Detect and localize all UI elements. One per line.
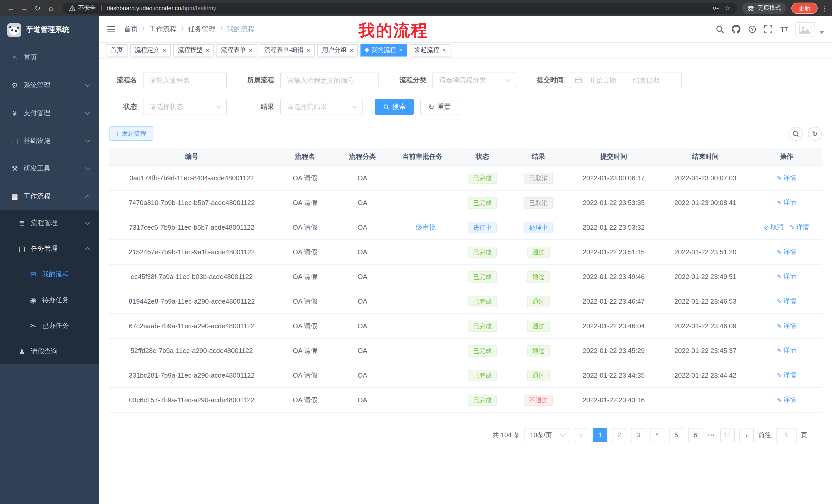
- close-icon[interactable]: ×: [307, 47, 310, 53]
- end-date-input[interactable]: [628, 76, 665, 84]
- breadcrumb-item[interactable]: 工作流程: [149, 24, 177, 34]
- font-size-icon[interactable]: TT: [780, 25, 788, 33]
- page-button-2[interactable]: 2: [612, 428, 626, 442]
- close-icon[interactable]: ×: [249, 47, 253, 53]
- cell-actions: ✎详情: [751, 314, 822, 338]
- detail-action-link[interactable]: ✎详情: [777, 198, 796, 207]
- tab-process-definition[interactable]: 流程定义×: [130, 44, 171, 56]
- page-button-11[interactable]: 11: [720, 428, 734, 442]
- page-button-6[interactable]: 6: [688, 428, 702, 442]
- page-size-select[interactable]: 10条/页: [524, 428, 569, 442]
- cell-current-task: [389, 264, 456, 289]
- security-warning[interactable]: 不安全: [69, 4, 96, 12]
- close-icon[interactable]: ×: [162, 47, 166, 53]
- sidebar-item-infrastructure[interactable]: ▤基础设施: [0, 127, 99, 155]
- sidebar-item-system-mgmt[interactable]: ⚙系统管理: [0, 72, 99, 99]
- caret-down-icon[interactable]: [820, 31, 824, 34]
- table-refresh-button[interactable]: ↻: [808, 127, 822, 141]
- breadcrumb-item[interactable]: 任务管理: [188, 24, 216, 34]
- close-icon[interactable]: ×: [350, 47, 353, 53]
- process-def-label: 所属流程: [239, 76, 274, 85]
- process-table-body: 3ad174fb-7b9d-11ec-8404-acde48001122OA 请…: [109, 166, 822, 412]
- create-process-button[interactable]: + 发起流程: [109, 127, 153, 141]
- sidebar-item-task-mgmt[interactable]: ▢任务管理: [0, 236, 99, 261]
- browser-refresh-icon[interactable]: ↻: [31, 1, 44, 15]
- process-name-input[interactable]: [143, 72, 227, 88]
- browser-menu-icon[interactable]: ⋮: [821, 4, 828, 12]
- more-pages-icon[interactable]: •••: [707, 432, 716, 438]
- status-tag: 已完成: [468, 197, 497, 208]
- search-button[interactable]: 搜索: [375, 99, 414, 115]
- detail-icon: ✎: [777, 200, 782, 206]
- chevron-down-icon: [85, 165, 90, 170]
- fullscreen-icon[interactable]: [764, 25, 772, 33]
- result-select[interactable]: 请选择流结果: [280, 99, 363, 115]
- reset-button[interactable]: ↻ 重置: [420, 99, 459, 115]
- update-button[interactable]: 更新: [791, 2, 817, 13]
- page-button-3[interactable]: 3: [631, 428, 645, 442]
- detail-action-link[interactable]: ✎详情: [777, 396, 796, 404]
- submit-time-range[interactable]: -: [570, 72, 682, 88]
- detail-action-link[interactable]: ✎详情: [777, 321, 796, 330]
- page-button-5[interactable]: 5: [669, 428, 683, 442]
- tab-process-form[interactable]: 流程表单×: [216, 44, 257, 56]
- bookmark-star-icon[interactable]: ☆: [725, 4, 731, 12]
- sidebar-item-my-process[interactable]: ✉我的流程: [0, 261, 99, 287]
- browser-back-icon[interactable]: ←: [4, 1, 18, 15]
- detail-action-link[interactable]: ✎详情: [777, 346, 796, 355]
- tab-user-group[interactable]: 用户分组×: [317, 44, 358, 56]
- close-icon[interactable]: ×: [206, 47, 209, 53]
- category-select[interactable]: 请选择流程分类: [433, 72, 516, 88]
- jump-page-input[interactable]: [776, 428, 796, 442]
- detail-action-link[interactable]: ✎详情: [777, 174, 796, 183]
- cancel-icon: ⊘: [764, 224, 769, 230]
- prev-page-button[interactable]: ‹: [574, 428, 588, 442]
- next-page-button[interactable]: ›: [739, 428, 754, 442]
- chevron-down-icon: [85, 137, 90, 143]
- sidebar-item-process-mgmt[interactable]: ≣流程管理: [0, 210, 99, 236]
- table-search-toggle-button[interactable]: [789, 127, 803, 141]
- github-icon[interactable]: [731, 25, 740, 33]
- page-button-1[interactable]: 1: [593, 428, 607, 442]
- jump-prefix: 前往: [758, 431, 771, 440]
- detail-action-link[interactable]: ✎详情: [777, 248, 796, 256]
- avatar[interactable]: [796, 22, 815, 36]
- close-icon[interactable]: ×: [399, 47, 402, 53]
- detail-action-link[interactable]: ✎详情: [777, 297, 796, 306]
- browser-forward-icon[interactable]: →: [18, 1, 31, 15]
- navbar: 首页/工作流程/任务管理/我的流程 我的流程 ? TT: [99, 16, 832, 43]
- sidebar-item-home[interactable]: ⌂首页: [0, 44, 99, 72]
- sidebar-item-workflow[interactable]: ▦工作流程: [0, 183, 99, 210]
- password-key-icon[interactable]: [712, 4, 720, 11]
- breadcrumb-item[interactable]: 首页: [124, 24, 138, 34]
- sidebar-item-dev-tools[interactable]: ⚒研发工具: [0, 155, 99, 183]
- tab-label: 流程表单-编辑: [264, 46, 303, 54]
- tab-process-model[interactable]: 流程模型×: [173, 44, 214, 56]
- status-select[interactable]: 请选择状态: [143, 99, 227, 115]
- current-task-link[interactable]: 一级审批: [409, 223, 436, 231]
- tab-start-process[interactable]: 发起流程×: [410, 44, 450, 56]
- process-def-input[interactable]: [280, 72, 379, 88]
- browser-home-icon[interactable]: ⌂: [44, 1, 58, 15]
- content: 流程名 所属流程 流程分类 请选择流程分类: [99, 58, 832, 504]
- sidebar-item-done-task[interactable]: ✂已办任务: [0, 313, 99, 339]
- address-bar[interactable]: 不安全 dashboard.yudao.iocoder.cn/bpm/task/…: [63, 2, 737, 13]
- help-icon[interactable]: ?: [748, 25, 756, 33]
- result-tag: 通过: [527, 296, 550, 307]
- search-icon[interactable]: [716, 25, 724, 33]
- tab-my-process[interactable]: 我的流程×: [361, 44, 407, 56]
- close-icon[interactable]: ×: [442, 47, 446, 53]
- sidebar-item-leave-query[interactable]: ♟请假查询: [0, 339, 99, 364]
- tab-home[interactable]: 首页: [106, 44, 128, 56]
- sidebar-item-todo-task[interactable]: ◉待办任务: [0, 287, 99, 313]
- hamburger-icon[interactable]: [107, 25, 116, 33]
- detail-action-link[interactable]: ✎详情: [789, 223, 809, 232]
- page-button-4[interactable]: 4: [650, 428, 665, 442]
- cancel-action-link[interactable]: ⊘取消: [764, 223, 783, 232]
- tab-process-form-edit[interactable]: 流程表单-编辑×: [260, 44, 315, 56]
- detail-action-link[interactable]: ✎详情: [777, 272, 796, 281]
- home-icon: ⌂: [10, 53, 19, 62]
- sidebar-item-payment-mgmt[interactable]: ¥支付管理: [0, 99, 99, 127]
- start-date-input[interactable]: [584, 76, 621, 84]
- detail-action-link[interactable]: ✎详情: [777, 371, 796, 380]
